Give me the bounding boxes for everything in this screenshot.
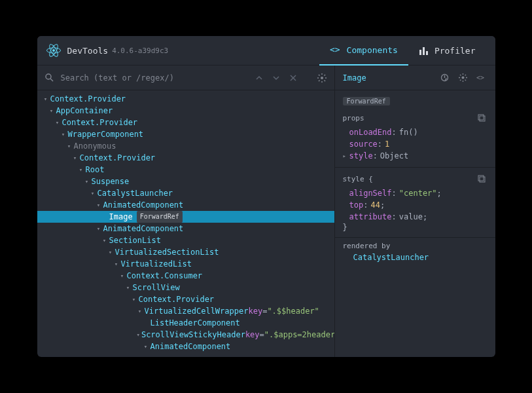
expand-arrow-icon[interactable]: ▾ — [137, 329, 140, 341]
search-prev-icon[interactable] — [253, 72, 265, 84]
devtools-window: DevTools 4.0.6-a39d9c3 <> Components Pro… — [37, 36, 495, 357]
tree-row[interactable]: ▾SectionList — [37, 234, 334, 246]
tab-components[interactable]: <> Components — [319, 36, 408, 66]
tree-row[interactable]: ▾WrapperComponent — [37, 128, 334, 140]
tree-row[interactable]: ▾Anonymous — [37, 140, 334, 152]
expand-arrow-icon[interactable]: ▾ — [90, 187, 96, 199]
rendered-by-link[interactable]: CatalystLauncher — [343, 253, 488, 262]
expand-arrow-icon[interactable]: ▾ — [96, 223, 102, 234]
expand-arrow-icon[interactable]: ▾ — [101, 234, 108, 246]
component-name: Root — [86, 164, 105, 176]
react-logo-icon — [46, 43, 61, 58]
tree-row[interactable]: ▾Context.Consumer — [37, 270, 334, 282]
tree-row[interactable]: ▾Context.Provider — [37, 152, 334, 164]
svg-point-0 — [52, 49, 55, 52]
tree-row[interactable]: ▾AppContainer — [37, 105, 334, 117]
forwardref-section: ForwardRef — [335, 90, 495, 107]
copy-style-icon[interactable] — [476, 173, 488, 185]
props-section: props onLoadEnd: fn()source: 1▸style: Ob… — [335, 107, 495, 168]
settings-icon[interactable] — [316, 72, 328, 84]
style-label: style — [343, 175, 364, 183]
component-name: CatalystLauncher — [98, 187, 173, 199]
rendered-by-label: rendered by — [343, 242, 488, 250]
svg-rect-5 — [419, 50, 421, 55]
expand-arrow-icon[interactable]: ▾ — [54, 117, 61, 128]
component-name: AnimatedComponent — [151, 341, 231, 352]
selected-component-name: Image — [343, 73, 433, 83]
props-label: props — [343, 114, 476, 122]
suspense-toggle-icon[interactable] — [439, 72, 451, 84]
style-row[interactable]: alignSelf: "center"; — [343, 187, 488, 199]
profiler-icon — [419, 46, 429, 55]
tree-row[interactable]: ▾AnimatedComponent — [37, 341, 334, 352]
svg-point-16 — [462, 77, 465, 79]
tree-row[interactable]: ImageForwardRef — [37, 211, 334, 223]
tree-row[interactable]: ▾Context.Provider — [37, 293, 334, 305]
style-row[interactable]: top: 44; — [343, 199, 488, 211]
search-input[interactable] — [61, 73, 248, 83]
components-icon: <> — [330, 45, 342, 54]
prop-row[interactable]: ▸style: Object — [343, 150, 488, 162]
component-name: ScrollView — [133, 282, 180, 293]
component-tree[interactable]: ▾Context.Provider▾AppContainer▾Context.P… — [37, 90, 334, 357]
component-name: AppContainer — [56, 105, 113, 117]
tree-row[interactable]: ▾VirtualizedCellWrapper key=".$$header" — [37, 305, 334, 317]
component-name: Context.Provider — [62, 117, 138, 128]
component-name: VirtualizedList — [121, 258, 192, 270]
key-attr: key — [248, 305, 262, 317]
tree-row[interactable]: ▾ScrollView — [37, 282, 334, 293]
expand-arrow-icon[interactable]: ▾ — [78, 164, 84, 176]
component-name: ListHeaderComponent — [151, 317, 240, 329]
expand-arrow-icon[interactable]: ▾ — [48, 105, 55, 117]
component-name: Image — [109, 211, 133, 223]
expand-arrow-icon[interactable]: ▾ — [84, 176, 90, 187]
component-name: ScrollViewStickyHeader — [141, 329, 245, 341]
tree-row[interactable]: ▾VirtualizedSectionList — [37, 246, 334, 258]
expand-arrow-icon[interactable]: ▾ — [119, 270, 126, 282]
expand-arrow-icon[interactable]: ▾ — [137, 305, 143, 317]
svg-rect-6 — [423, 47, 425, 55]
view-source-icon[interactable]: <> — [476, 72, 488, 84]
tree-row[interactable]: ▾VirtualizedList — [37, 258, 334, 270]
props-list: onLoadEnd: fn()source: 1▸style: Object — [343, 126, 488, 162]
svg-rect-14 — [444, 75, 445, 78]
tree-row[interactable]: ▾Suspense — [37, 176, 334, 187]
tree-row[interactable]: ▾AnimatedComponent — [37, 199, 334, 211]
component-name: Context.Consumer — [127, 270, 203, 282]
copy-props-icon[interactable] — [476, 112, 488, 124]
expand-arrow-icon[interactable]: ▾ — [107, 246, 114, 258]
expand-arrow-icon[interactable]: ▾ — [125, 282, 132, 293]
tree-row[interactable]: ▾Root — [37, 164, 334, 176]
inspect-matching-icon[interactable] — [457, 72, 469, 84]
style-list: alignSelf: "center";top: 44;attribute: v… — [343, 187, 488, 223]
tab-profiler[interactable]: Profiler — [408, 36, 486, 66]
prop-row[interactable]: source: 1 — [343, 138, 488, 150]
expand-arrow-icon[interactable]: ▾ — [143, 341, 149, 352]
tree-row[interactable]: ▾CatalystLauncher — [37, 187, 334, 199]
expand-arrow-icon[interactable]: ▾ — [113, 258, 120, 270]
tree-row[interactable]: ▾Context.Provider — [37, 117, 334, 128]
expand-arrow-icon[interactable]: ▾ — [66, 140, 73, 152]
search-clear-icon[interactable] — [287, 72, 299, 84]
tree-row[interactable]: ▾AnimatedComponent — [37, 223, 334, 234]
tree-row[interactable]: ▾Context.Provider — [37, 93, 334, 105]
style-row[interactable]: attribute: value; — [343, 211, 488, 223]
tree-row[interactable]: ▾ScrollViewStickyHeader key=".$apps=2hea… — [37, 329, 334, 341]
component-name: Context.Provider — [139, 293, 215, 305]
expand-arrow-icon[interactable]: ▾ — [60, 128, 67, 140]
component-name: Context.Provider — [50, 93, 126, 105]
style-close-brace: } — [343, 223, 488, 232]
expand-arrow-icon[interactable]: ▾ — [131, 293, 137, 305]
component-name: Context.Provider — [80, 152, 156, 164]
tab-profiler-label: Profiler — [434, 46, 476, 56]
search-next-icon[interactable] — [270, 72, 282, 84]
expand-arrow-icon[interactable]: ▾ — [72, 152, 79, 164]
prop-row[interactable]: onLoadEnd: fn() — [343, 126, 488, 138]
expand-arrow-icon[interactable]: ▾ — [43, 93, 49, 105]
tree-row[interactable]: ListHeaderComponent — [37, 317, 334, 329]
search-bar — [37, 66, 334, 90]
header-bar: DevTools 4.0.6-a39d9c3 <> Components Pro… — [37, 36, 495, 66]
body: ▾Context.Provider▾AppContainer▾Context.P… — [37, 66, 495, 357]
inspector-panel: Image <> ForwardRef props — [335, 66, 495, 357]
expand-arrow-icon[interactable]: ▾ — [96, 199, 102, 211]
